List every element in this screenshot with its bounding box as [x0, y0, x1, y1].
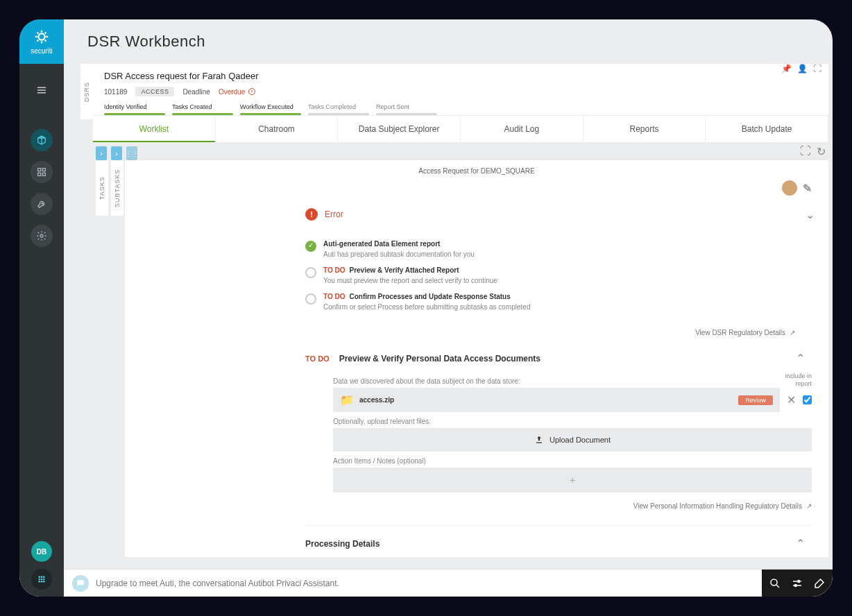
- svg-point-13: [41, 581, 43, 583]
- folder-icon: 📁: [340, 393, 354, 407]
- search-icon[interactable]: [769, 577, 781, 590]
- svg-point-0: [38, 33, 44, 40]
- header-action-pin-icon[interactable]: 📌: [781, 64, 792, 74]
- svg-point-7: [41, 576, 43, 578]
- upload-icon: [534, 435, 544, 445]
- main-tabs: Worklist Chatroom Data Subject Explorer …: [93, 116, 828, 142]
- step-tasks-created: Tasks Created: [172, 103, 233, 115]
- nav-icon-dashboard[interactable]: [31, 161, 53, 183]
- review-button[interactable]: Review: [738, 395, 773, 405]
- deadline-label: Deadline: [182, 88, 210, 96]
- page-title: DSR Workbench: [87, 33, 205, 51]
- tab-chatroom[interactable]: Chatroom: [216, 116, 339, 142]
- chevron-up-icon[interactable]: ⌃: [796, 352, 812, 365]
- user-avatar-initials[interactable]: DB: [31, 541, 52, 562]
- nav-icon-wrench[interactable]: [31, 193, 53, 215]
- checklist-item: Auti-generated Data Element report Auti …: [305, 236, 690, 262]
- svg-point-9: [38, 579, 40, 581]
- ws-expand-icon[interactable]: ⛶: [800, 145, 811, 158]
- error-banner[interactable]: ! Error ⌄: [305, 201, 690, 228]
- drag-handle-icon[interactable]: ⋮⋮: [126, 146, 137, 160]
- view-pi-regulatory-link[interactable]: View Personal Information Handling Regul…: [333, 493, 812, 514]
- svg-point-6: [38, 576, 40, 578]
- tools-icon[interactable]: [813, 577, 826, 590]
- subtasks-vertical-label: SUBTASKS: [111, 160, 123, 216]
- collapse-subtasks-toggle[interactable]: ›: [111, 146, 122, 160]
- svg-point-17: [798, 580, 800, 582]
- checklist: Auti-generated Data Element report Auti …: [305, 228, 690, 319]
- request-header-card: 📌 👤 ⛶ DSR Access request for Farah Qadee…: [93, 64, 828, 115]
- chat-icon[interactable]: [72, 575, 89, 592]
- checklist-item: TO DOConfirm Processes and Update Respon…: [305, 289, 690, 315]
- app-switcher-icon[interactable]: [31, 569, 52, 590]
- error-icon: !: [305, 208, 318, 221]
- upload-hint-label: Optionally, upload relevant files:: [333, 418, 812, 425]
- discovered-label: Data we discovered about the data subjec…: [333, 377, 778, 385]
- assignee-avatar[interactable]: [782, 180, 797, 196]
- svg-rect-4: [42, 173, 45, 176]
- checklist-item: TO DOPreview & Verify Attached Report Yo…: [305, 262, 690, 289]
- brand-name: securiti: [31, 47, 53, 55]
- tab-worklist[interactable]: Worklist: [93, 116, 216, 142]
- checklist-status-done-icon: [305, 241, 316, 252]
- tab-reports[interactable]: Reports: [583, 116, 706, 142]
- svg-point-8: [43, 576, 45, 578]
- upload-document-button[interactable]: Upload Document: [333, 428, 812, 452]
- checklist-status-todo-icon: [305, 267, 316, 278]
- svg-point-5: [40, 234, 43, 237]
- svg-point-12: [38, 581, 40, 583]
- header-action-expand-icon[interactable]: ⛶: [813, 64, 821, 74]
- tasks-vertical-label: TASKS: [96, 160, 108, 216]
- menu-toggle[interactable]: [31, 79, 53, 101]
- processing-details-section[interactable]: Processing Details ⌃: [305, 525, 812, 557]
- include-in-report-label: Include in report: [778, 373, 812, 388]
- tab-batch-update[interactable]: Batch Update: [706, 116, 828, 142]
- svg-point-18: [794, 584, 796, 586]
- collapse-tasks-toggle[interactable]: ›: [96, 146, 107, 160]
- request-title: DSR Access request for Farah Qadeer: [104, 71, 259, 81]
- svg-point-11: [43, 579, 45, 581]
- error-label: Error: [325, 209, 343, 219]
- request-type-badge: ACCESS: [135, 87, 174, 96]
- preview-section-header[interactable]: TO DO Preview & Verify Personal Data Acc…: [305, 341, 812, 372]
- external-link-icon: ↗: [806, 502, 812, 510]
- step-report-sent: Report Sent: [376, 103, 437, 115]
- checklist-status-todo-icon: [305, 293, 316, 305]
- ws-refresh-icon[interactable]: ↻: [817, 145, 826, 158]
- clock-icon: [248, 87, 256, 96]
- svg-rect-2: [42, 169, 45, 171]
- step-tasks-completed: Tasks Completed: [308, 103, 369, 115]
- request-id: 101189: [104, 88, 127, 96]
- nav-icon-cube[interactable]: [31, 129, 53, 151]
- dsrs-vertical-label: DSRS: [80, 64, 93, 119]
- svg-point-16: [771, 579, 777, 585]
- file-name[interactable]: access.zip: [359, 396, 733, 404]
- assistant-bar: Upgrade to meet Auti, the conversational…: [64, 569, 833, 597]
- tab-audit-log[interactable]: Audit Log: [461, 116, 583, 142]
- nav-icon-gear[interactable]: [31, 225, 53, 247]
- step-identity-verified: Identity Verified: [104, 103, 165, 115]
- remove-file-icon[interactable]: ✕: [787, 393, 796, 407]
- include-in-report-checkbox[interactable]: [803, 395, 812, 404]
- svg-rect-3: [38, 173, 41, 176]
- edit-assignee-icon[interactable]: ✎: [803, 182, 812, 195]
- notes-label: Action Items / Notes (optional): [333, 457, 812, 465]
- brand-logo[interactable]: securiti: [19, 19, 64, 64]
- tab-data-subject-explorer[interactable]: Data Subject Explorer: [338, 116, 461, 142]
- assistant-prompt-text: Upgrade to meet Auti, the conversational…: [96, 579, 339, 588]
- view-dsr-regulatory-link[interactable]: View DSR Regulatory Details ↗: [305, 319, 812, 341]
- chevron-down-icon[interactable]: ⌄: [806, 208, 815, 221]
- progress-steps: Identity Verified Tasks Created Workflow…: [104, 103, 817, 115]
- add-note-button[interactable]: +: [333, 468, 812, 493]
- svg-point-14: [43, 581, 45, 583]
- svg-point-10: [41, 579, 43, 581]
- header-action-user-icon[interactable]: 👤: [797, 64, 808, 74]
- sliders-icon[interactable]: [791, 577, 803, 590]
- svg-rect-1: [38, 169, 41, 171]
- workspace-title: Access Request for DEMO_SQUARE: [125, 160, 828, 179]
- chevron-up-icon[interactable]: ⌃: [796, 537, 812, 550]
- discovered-file-row: 📁 access.zip Review: [333, 388, 780, 412]
- deadline-status: Overdue: [219, 87, 256, 96]
- left-nav-rail: securiti DB: [19, 19, 64, 597]
- page-title-bar: DSR Workbench: [64, 19, 833, 64]
